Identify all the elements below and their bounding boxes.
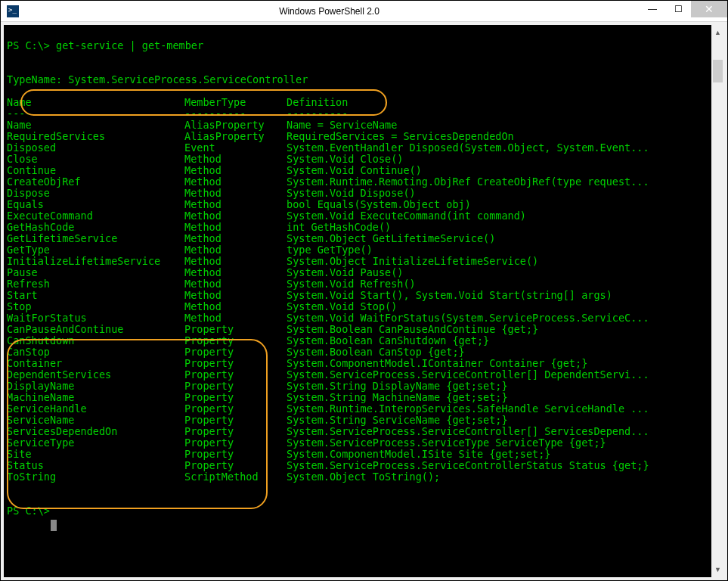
- member-type: Property: [184, 449, 287, 460]
- close-button[interactable]: ✕: [691, 1, 727, 17]
- member-name: ServiceName: [7, 415, 184, 426]
- table-row: WaitForStatusMethodSystem.Void WaitForSt…: [4, 312, 711, 324]
- member-definition: System.EventHandler Disposed(System.Obje…: [287, 141, 649, 154]
- member-type: Property: [184, 335, 287, 346]
- member-name: Container: [7, 358, 184, 369]
- scroll-up-arrow-icon[interactable]: ▲: [711, 25, 724, 40]
- table-row: StartMethodSystem.Void Start(), System.V…: [4, 290, 711, 301]
- scroll-thumb[interactable]: [713, 60, 723, 82]
- member-type: Property: [184, 460, 287, 471]
- member-definition: System.Object InitializeLifetimeService(…: [287, 255, 538, 267]
- header-membertype: MemberType: [184, 97, 287, 108]
- member-name: CanShutdown: [7, 335, 184, 346]
- member-name: GetLifetimeService: [7, 233, 184, 244]
- table-row: CanStopPropertySystem.Boolean CanStop {g…: [4, 346, 711, 358]
- member-definition: System.String MachineName {get;set;}: [287, 391, 508, 403]
- member-type: AliasProperty: [184, 131, 287, 142]
- member-name: Start: [7, 290, 184, 301]
- member-definition: System.Boolean CanPauseAndContinue {get;…: [287, 323, 538, 335]
- member-name: ServicesDependedOn: [7, 426, 184, 437]
- table-row: SitePropertySystem.ComponentModel.ISite …: [4, 449, 711, 460]
- table-row: ToStringScriptMethodSystem.Object ToStri…: [4, 471, 711, 483]
- vertical-scrollbar[interactable]: ▲ ▼: [711, 25, 724, 577]
- member-name: Equals: [7, 199, 184, 210]
- table-row: NameAliasPropertyName = ServiceName: [4, 120, 711, 131]
- table-dashes: ------------------------: [4, 108, 711, 120]
- member-type: Property: [184, 403, 287, 415]
- member-definition: System.Void Close(): [287, 153, 403, 165]
- table-row: PauseMethodSystem.Void Pause(): [4, 267, 711, 278]
- table-row: StopMethodSystem.Void Stop(): [4, 301, 711, 312]
- table-row: DisposeMethodSystem.Void Dispose(): [4, 188, 711, 199]
- member-name: Disposed: [7, 142, 184, 154]
- table-row: CloseMethodSystem.Void Close(): [4, 154, 711, 165]
- blank-line: [4, 517, 711, 528]
- table-header: NameMemberTypeDefinition: [4, 97, 711, 108]
- table-row: ContainerPropertySystem.ComponentModel.I…: [4, 358, 711, 369]
- blank-line: [4, 528, 711, 539]
- table-row: ContinueMethodSystem.Void Continue(): [4, 165, 711, 176]
- member-name: Name: [7, 120, 184, 131]
- header-name: Name: [7, 97, 184, 108]
- member-name: GetType: [7, 244, 184, 256]
- member-definition: System.Runtime.Remoting.ObjRef CreateObj…: [287, 176, 649, 188]
- table-row: DependentServicesPropertySystem.ServiceP…: [4, 369, 711, 381]
- member-name: CanStop: [7, 346, 184, 358]
- table-row: InitializeLifetimeServiceMethodSystem.Ob…: [4, 256, 711, 267]
- content-area: PS C:\> get-service | get-member TypeNam…: [1, 22, 727, 580]
- member-type: Method: [184, 256, 287, 267]
- scroll-track[interactable]: [711, 40, 724, 562]
- member-definition: type GetType(): [287, 244, 373, 256]
- scroll-down-arrow-icon[interactable]: ▼: [711, 562, 724, 577]
- member-name: Continue: [7, 165, 184, 176]
- blank-line: [4, 63, 711, 74]
- member-definition: System.Boolean CanShutdown {get;}: [287, 334, 489, 346]
- member-definition: System.Void Dispose(): [287, 187, 416, 199]
- member-name: GetHashCode: [7, 222, 184, 233]
- table-row: RequiredServicesAliasPropertyRequiredSer…: [4, 131, 711, 142]
- table-row: DisplayNamePropertySystem.String Display…: [4, 381, 711, 392]
- member-definition: System.Void Stop(): [287, 300, 397, 312]
- member-type: Method: [184, 244, 287, 256]
- prompt-line: PS C:\>: [4, 505, 711, 517]
- member-name: DependentServices: [7, 369, 184, 381]
- member-name: ExecuteCommand: [7, 210, 184, 222]
- titlebar[interactable]: Windows PowerShell 2.0 — ☐ ✕: [1, 1, 727, 22]
- member-type: Property: [184, 426, 287, 437]
- member-type: Property: [184, 415, 287, 426]
- table-row: ExecuteCommandMethodSystem.Void ExecuteC…: [4, 210, 711, 222]
- member-type: Method: [184, 199, 287, 210]
- member-type: Method: [184, 267, 287, 278]
- member-definition: System.String ServiceName {get;set;}: [287, 414, 508, 426]
- member-type: Method: [184, 176, 287, 188]
- member-definition: System.Object ToString();: [287, 471, 440, 483]
- maximize-button[interactable]: ☐: [665, 1, 691, 17]
- member-name: ServiceHandle: [7, 403, 184, 415]
- typename-line: TypeName: System.ServiceProcess.ServiceC…: [4, 74, 711, 85]
- member-definition: System.Void Continue(): [287, 164, 422, 176]
- table-row: ServiceTypePropertySystem.ServiceProcess…: [4, 437, 711, 449]
- member-name: MachineName: [7, 392, 184, 403]
- member-name: DisplayName: [7, 381, 184, 392]
- table-row: GetHashCodeMethodint GetHashCode(): [4, 222, 711, 233]
- window-controls: — ☐ ✕: [640, 1, 727, 21]
- table-row: RefreshMethodSystem.Void Refresh(): [4, 278, 711, 290]
- table-row: DisposedEventSystem.EventHandler Dispose…: [4, 142, 711, 154]
- blank-line: [4, 551, 711, 562]
- member-type: Event: [184, 142, 287, 154]
- minimize-button[interactable]: —: [640, 1, 665, 17]
- powershell-window: Windows PowerShell 2.0 — ☐ ✕ PS C:\> get…: [1, 1, 727, 580]
- member-name: InitializeLifetimeService: [7, 256, 184, 267]
- command-line: PS C:\> get-service | get-member: [4, 40, 711, 51]
- member-type: Method: [184, 154, 287, 165]
- blank-line: [4, 85, 711, 97]
- member-definition: System.Object GetLifetimeService(): [287, 232, 495, 244]
- member-type: Method: [184, 278, 287, 290]
- member-definition: System.ServiceProcess.ServiceControllerS…: [287, 459, 649, 471]
- member-name: CanPauseAndContinue: [7, 324, 184, 335]
- table-row: ServicesDependedOnPropertySystem.Service…: [4, 426, 711, 437]
- member-definition: System.Void Refresh(): [287, 278, 416, 290]
- member-name: WaitForStatus: [7, 312, 184, 324]
- text-cursor: [51, 520, 57, 531]
- terminal-output[interactable]: PS C:\> get-service | get-member TypeNam…: [4, 25, 711, 577]
